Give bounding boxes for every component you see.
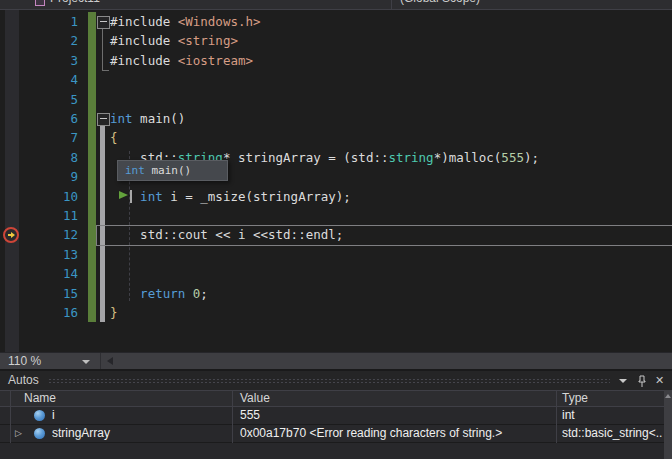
code-text[interactable]: #include <string> bbox=[110, 31, 238, 50]
close-icon[interactable]: ✕ bbox=[655, 373, 664, 388]
member-scope-dropdown[interactable]: (Global Scope) bbox=[400, 0, 480, 9]
pin-icon[interactable] bbox=[637, 374, 647, 387]
line-number: 3 bbox=[0, 51, 78, 70]
variable-icon bbox=[34, 428, 45, 439]
column-header-name[interactable]: Name bbox=[24, 391, 56, 406]
code-line[interactable]: 4 bbox=[0, 70, 672, 89]
column-divider[interactable] bbox=[232, 390, 233, 443]
autos-panel: Autos ✕ Name Value Type i555int▷stringAr… bbox=[0, 371, 672, 459]
project-scope-dropdown[interactable]: Project11 bbox=[50, 0, 100, 9]
code-text[interactable]: int i = _msize(stringArray); bbox=[110, 187, 351, 206]
code-line[interactable]: 5 bbox=[0, 90, 672, 109]
code-text[interactable]: int main() bbox=[110, 109, 185, 128]
code-text[interactable]: } bbox=[110, 303, 118, 322]
window-menu-icon[interactable] bbox=[619, 379, 627, 383]
zoom-level-dropdown[interactable]: 110 % bbox=[8, 353, 41, 369]
variable-name[interactable]: i bbox=[52, 407, 228, 424]
tooltip-keyword: int bbox=[125, 164, 145, 177]
code-editor[interactable]: 1#include <Windows.h>2#include <string>3… bbox=[0, 10, 672, 352]
code-line[interactable]: 7{ bbox=[0, 128, 672, 147]
scroll-up-icon[interactable] bbox=[665, 394, 671, 398]
code-text[interactable]: #include <iostream> bbox=[110, 51, 253, 70]
line-number: 7 bbox=[0, 128, 78, 147]
code-line[interactable]: 9 bbox=[0, 167, 672, 186]
line-number: 13 bbox=[0, 245, 78, 264]
variable-value[interactable]: 0x00a17b70 <Error reading characters of … bbox=[240, 425, 552, 442]
code-line[interactable]: 13 bbox=[0, 245, 672, 264]
line-number: 9 bbox=[0, 167, 78, 186]
code-line[interactable]: 8 std::string* stringArray = (std::strin… bbox=[0, 148, 672, 167]
text-caret bbox=[130, 190, 132, 203]
run-to-click-icon[interactable] bbox=[119, 191, 128, 199]
code-line[interactable]: 2#include <string> bbox=[0, 31, 672, 50]
line-number: 2 bbox=[0, 31, 78, 50]
code-line[interactable]: 3#include <iostream> bbox=[0, 51, 672, 70]
expander-icon[interactable]: ▷ bbox=[15, 426, 22, 441]
line-number: 16 bbox=[0, 303, 78, 322]
column-divider[interactable] bbox=[10, 390, 11, 443]
autos-row[interactable]: ▷stringArray0x00a17b70 <Error reading ch… bbox=[0, 425, 664, 443]
code-text[interactable]: { bbox=[110, 128, 118, 147]
bottom-bar-divider bbox=[100, 353, 101, 369]
autos-grid: Name Value Type i555int▷stringArray0x00a… bbox=[0, 390, 672, 459]
variable-name[interactable]: stringArray bbox=[52, 425, 228, 442]
variable-type[interactable]: std::basic_string<... bbox=[562, 425, 662, 442]
code-line[interactable]: 11 bbox=[0, 206, 672, 225]
line-number: 15 bbox=[0, 284, 78, 303]
line-number: 14 bbox=[0, 264, 78, 283]
column-header-type[interactable]: Type bbox=[562, 391, 588, 406]
line-number: 4 bbox=[0, 70, 78, 89]
vs-debug-window: Project11 (Global Scope) 1#include <Wind… bbox=[0, 0, 672, 459]
line-number: 8 bbox=[0, 148, 78, 167]
yellow-arrow-icon bbox=[11, 232, 15, 238]
variable-value[interactable]: 555 bbox=[240, 407, 552, 424]
code-text[interactable]: #include <Windows.h> bbox=[110, 12, 261, 31]
code-line[interactable]: 16} bbox=[0, 303, 672, 322]
current-statement-box bbox=[96, 225, 672, 246]
code-text[interactable]: return 0; bbox=[110, 284, 208, 303]
title-bar-grip bbox=[48, 378, 610, 384]
autos-title: Autos bbox=[8, 371, 39, 390]
line-number: 10 bbox=[0, 187, 78, 206]
column-divider[interactable] bbox=[556, 390, 557, 443]
variable-icon bbox=[34, 410, 45, 421]
variable-type[interactable]: int bbox=[562, 407, 662, 424]
code-line[interactable]: 14 bbox=[0, 264, 672, 283]
line-number: 1 bbox=[0, 12, 78, 31]
line-number: 5 bbox=[0, 90, 78, 109]
editor-bottom-bar: 110 % bbox=[0, 352, 672, 369]
autos-rows: i555int▷stringArray0x00a17b70 <Error rea… bbox=[0, 407, 664, 443]
scroll-left-icon[interactable] bbox=[107, 357, 113, 365]
autos-vertical-scrollbar[interactable] bbox=[664, 390, 672, 459]
autos-title-bar[interactable]: Autos ✕ bbox=[0, 371, 672, 390]
zoom-dropdown-icon[interactable] bbox=[82, 360, 90, 364]
code-line[interactable]: 10 int i = _msize(stringArray); bbox=[0, 187, 672, 206]
tooltip-signature: main() bbox=[145, 164, 191, 177]
editor-navigation-bar: Project11 (Global Scope) bbox=[0, 0, 672, 10]
line-number: 11 bbox=[0, 206, 78, 225]
autos-grid-header: Name Value Type bbox=[0, 390, 664, 407]
collapse-icon[interactable] bbox=[97, 16, 110, 29]
collapse-icon[interactable] bbox=[97, 113, 110, 126]
column-header-value[interactable]: Value bbox=[240, 391, 270, 406]
breakpoint-current-line-icon[interactable] bbox=[3, 227, 19, 243]
navbar-divider bbox=[391, 0, 392, 9]
line-number: 6 bbox=[0, 109, 78, 128]
autos-row[interactable]: i555int bbox=[0, 407, 664, 425]
code-line[interactable]: 15 return 0; bbox=[0, 284, 672, 303]
quick-info-tooltip: int main() bbox=[117, 160, 228, 181]
cpp-project-icon bbox=[35, 0, 45, 6]
